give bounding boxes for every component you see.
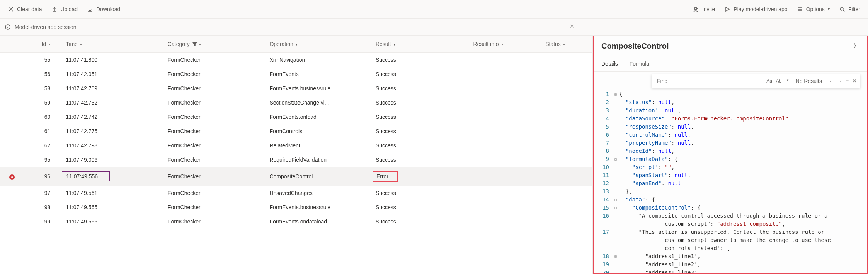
table-row[interactable]: ✕9611:07:49.556FormCheckerCompositeContr…	[0, 167, 592, 186]
code-line: 8 "nodeId": null,	[594, 147, 867, 155]
cell-id: 60	[24, 110, 62, 124]
col-result-info[interactable]: Result info▾	[470, 36, 542, 53]
error-icon: ✕	[9, 174, 15, 180]
cell-operation: XrmNavigation	[266, 53, 372, 67]
download-button[interactable]: Download	[87, 6, 120, 12]
cell-time: 11:07:49.556	[62, 167, 164, 186]
chevron-down-icon: ▾	[393, 42, 395, 46]
find-selection-button[interactable]: ≡	[846, 78, 849, 84]
play-button[interactable]: Play model-driven app	[724, 6, 787, 12]
table-row[interactable]: 9911:07:49.566FormCheckerFormEvents.onda…	[0, 215, 592, 229]
cell-result: Success	[372, 186, 470, 200]
table-row[interactable]: 5511:07:41.800FormCheckerXrmNavigationSu…	[0, 53, 592, 67]
filter-label: Filter	[848, 6, 860, 12]
cell-result: Success	[372, 200, 470, 215]
code-viewer[interactable]: 1⊟{2 "status": null,3 "duration": null,4…	[594, 88, 867, 273]
cell-time: 11:07:42.798	[62, 139, 164, 153]
filter-button[interactable]: Filter	[839, 6, 860, 12]
clear-data-button[interactable]: Clear data	[8, 6, 42, 12]
options-label: Options	[806, 6, 825, 12]
cell-time: 11:07:41.800	[62, 53, 164, 67]
cell-result: Success	[372, 153, 470, 167]
regex-icon[interactable]: .*	[786, 78, 789, 84]
cell-operation: FormEvents	[266, 67, 372, 81]
match-case-icon[interactable]: Aa	[766, 78, 772, 84]
cell-id: 98	[24, 200, 62, 215]
table-row[interactable]: 6111:07:42.775FormCheckerFormControlsSuc…	[0, 124, 592, 139]
svg-point-0	[694, 7, 697, 10]
options-button[interactable]: Options ▾	[797, 6, 830, 12]
close-icon	[8, 6, 14, 12]
session-close-button[interactable]: ✕	[570, 23, 574, 29]
col-id[interactable]: Id▾	[24, 36, 62, 53]
cell-category: FormChecker	[164, 167, 266, 186]
collapse-button[interactable]: 〉	[853, 42, 859, 50]
cell-category: FormChecker	[164, 186, 266, 200]
cell-time: 11:07:49.565	[62, 200, 164, 215]
table-row[interactable]: 9811:07:49.565FormCheckerFormEvents.busi…	[0, 200, 592, 215]
col-operation[interactable]: Operation▾	[266, 36, 372, 53]
col-status[interactable]: Status▾	[541, 36, 592, 53]
code-line: 20 "address1_line3"	[594, 269, 867, 273]
col-category[interactable]: Category▾	[164, 36, 266, 53]
cell-id: 99	[24, 215, 62, 229]
cell-time: 11:07:42.775	[62, 124, 164, 139]
code-line: 11 "spanStart": null,	[594, 171, 867, 179]
chevron-down-icon: ▾	[828, 7, 830, 11]
code-line: 6 "controlName": null,	[594, 131, 867, 139]
table-row[interactable]: 5911:07:42.732FormCheckerSectionStateCha…	[0, 96, 592, 110]
cell-operation: RelatedMenu	[266, 139, 372, 153]
code-line: 16 "A composite control accessed through…	[594, 212, 867, 220]
cell-result: Success	[372, 67, 470, 81]
cell-operation: FormControls	[266, 124, 372, 139]
code-line: controls instead": [	[594, 244, 867, 252]
cell-time: 11:07:42.709	[62, 81, 164, 96]
code-line: 9⊟ "formulaData": {	[594, 155, 867, 163]
upload-button[interactable]: Upload	[51, 6, 78, 12]
cell-category: FormChecker	[164, 53, 266, 67]
find-close-button[interactable]: ✕	[853, 78, 856, 84]
find-prev-button[interactable]: ←	[829, 78, 834, 84]
code-line: 14⊟ "data": {	[594, 196, 867, 204]
col-result[interactable]: Result▾	[372, 36, 470, 53]
cell-category: FormChecker	[164, 200, 266, 215]
table-row[interactable]: 9511:07:49.006FormCheckerRequiredFieldVa…	[0, 153, 592, 167]
table-row[interactable]: 6211:07:42.798FormCheckerRelatedMenuSucc…	[0, 139, 592, 153]
table-row[interactable]: 6011:07:42.742FormCheckerFormEvents.onlo…	[0, 110, 592, 124]
list-icon	[797, 6, 803, 12]
cell-category: FormChecker	[164, 153, 266, 167]
cell-category: FormChecker	[164, 67, 266, 81]
find-next-button[interactable]: →	[837, 78, 842, 84]
cell-result: Success	[372, 139, 470, 153]
cell-category: FormChecker	[164, 124, 266, 139]
chevron-down-icon: ▾	[501, 42, 503, 46]
find-input[interactable]	[655, 76, 762, 86]
table-header-row: Id▾ Time▾ Category▾ Operation▾ Result▾ R…	[0, 36, 592, 53]
toolbar: Clear data Upload Download Invite Play m…	[0, 0, 868, 19]
code-line: 5 "responseSize": null,	[594, 123, 867, 131]
search-icon	[839, 6, 845, 12]
table-row[interactable]: 5611:07:42.051FormCheckerFormEventsSucce…	[0, 67, 592, 81]
table-row[interactable]: 5811:07:42.709FormCheckerFormEvents.busi…	[0, 81, 592, 96]
whole-word-icon[interactable]: Ab	[776, 78, 782, 84]
cell-time: 11:07:49.561	[62, 186, 164, 200]
code-line: 17 "This action is unsupported. Contact …	[594, 228, 867, 236]
code-line: 12 "spanEnd": null	[594, 179, 867, 188]
cell-operation: RequiredFieldValidation	[266, 153, 372, 167]
tab-details[interactable]: Details	[601, 57, 618, 71]
code-line: 1⊟{	[594, 90, 867, 98]
upload-icon	[51, 6, 58, 12]
cell-time: 11:07:49.566	[62, 215, 164, 229]
cell-category: FormChecker	[164, 110, 266, 124]
cell-result: Success	[372, 215, 470, 229]
cell-id: 59	[24, 96, 62, 110]
download-label: Download	[96, 6, 120, 12]
tab-formula[interactable]: Formula	[630, 57, 649, 71]
cell-time: 11:07:49.006	[62, 153, 164, 167]
code-line: 3 "duration": null,	[594, 107, 867, 115]
table-row[interactable]: 9711:07:49.561FormCheckerUnsavedChangesS…	[0, 186, 592, 200]
invite-button[interactable]: Invite	[693, 6, 715, 12]
cell-time: 11:07:42.742	[62, 110, 164, 124]
code-line: 18⊟ "address1_line1",	[594, 252, 867, 260]
col-time[interactable]: Time▾	[62, 36, 164, 53]
